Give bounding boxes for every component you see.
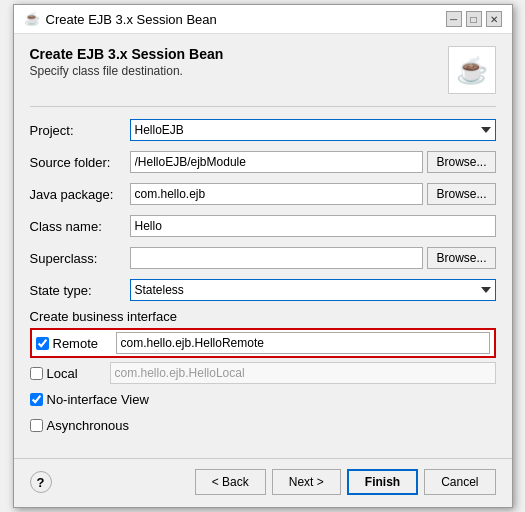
state-type-select[interactable]: Stateless Stateful Singleton bbox=[130, 279, 496, 301]
local-input[interactable] bbox=[110, 362, 496, 384]
class-name-control bbox=[130, 215, 496, 237]
superclass-control: Browse... bbox=[130, 247, 496, 269]
remote-label[interactable]: Remote bbox=[36, 336, 116, 351]
header-subtitle: Specify class file destination. bbox=[30, 64, 224, 78]
browse-package-button[interactable]: Browse... bbox=[427, 183, 495, 205]
source-folder-row: Source folder: Browse... bbox=[30, 149, 496, 175]
source-folder-input[interactable] bbox=[130, 151, 424, 173]
bean-icon: ☕ bbox=[456, 55, 488, 86]
dialog-content: Create EJB 3.x Session Bean Specify clas… bbox=[14, 34, 512, 452]
header-divider bbox=[30, 106, 496, 107]
project-row: Project: HelloEJB bbox=[30, 117, 496, 143]
help-button[interactable]: ? bbox=[30, 471, 52, 493]
no-interface-label[interactable]: No-interface View bbox=[30, 392, 149, 407]
superclass-input[interactable] bbox=[130, 247, 424, 269]
asynchronous-label[interactable]: Asynchronous bbox=[30, 418, 129, 433]
local-checkbox[interactable] bbox=[30, 367, 43, 380]
no-interface-label-text: No-interface View bbox=[47, 392, 149, 407]
class-name-row: Class name: bbox=[30, 213, 496, 239]
source-folder-label: Source folder: bbox=[30, 155, 130, 170]
superclass-label: Superclass: bbox=[30, 251, 130, 266]
header-icon: ☕ bbox=[448, 46, 496, 94]
close-button[interactable]: ✕ bbox=[486, 11, 502, 27]
no-interface-checkbox[interactable] bbox=[30, 393, 43, 406]
maximize-button[interactable]: □ bbox=[466, 11, 482, 27]
dialog-header-text: Create EJB 3.x Session Bean Specify clas… bbox=[30, 46, 224, 78]
state-type-row: State type: Stateless Stateful Singleton bbox=[30, 277, 496, 303]
project-label: Project: bbox=[30, 123, 130, 138]
local-label-text: Local bbox=[47, 366, 78, 381]
asynchronous-row: Asynchronous bbox=[30, 414, 496, 436]
project-select[interactable]: HelloEJB bbox=[130, 119, 496, 141]
browse-superclass-button[interactable]: Browse... bbox=[427, 247, 495, 269]
next-button[interactable]: Next > bbox=[272, 469, 341, 495]
remote-checkbox[interactable] bbox=[36, 337, 49, 350]
asynchronous-label-text: Asynchronous bbox=[47, 418, 129, 433]
dialog-icon: ☕ bbox=[24, 11, 40, 27]
finish-button[interactable]: Finish bbox=[347, 469, 418, 495]
java-package-row: Java package: Browse... bbox=[30, 181, 496, 207]
remote-row: Remote bbox=[30, 328, 496, 358]
project-control: HelloEJB bbox=[130, 119, 496, 141]
java-package-label: Java package: bbox=[30, 187, 130, 202]
minimize-button[interactable]: ─ bbox=[446, 11, 462, 27]
class-name-label: Class name: bbox=[30, 219, 130, 234]
state-type-label: State type: bbox=[30, 283, 130, 298]
java-package-control: Browse... bbox=[130, 183, 496, 205]
source-folder-control: Browse... bbox=[130, 151, 496, 173]
superclass-row: Superclass: Browse... bbox=[30, 245, 496, 271]
asynchronous-checkbox[interactable] bbox=[30, 419, 43, 432]
local-row: Local bbox=[30, 362, 496, 384]
bottom-bar: ? < Back Next > Finish Cancel bbox=[14, 458, 512, 507]
title-bar-left: ☕ Create EJB 3.x Session Bean bbox=[24, 11, 217, 27]
browse-source-button[interactable]: Browse... bbox=[427, 151, 495, 173]
class-name-input[interactable] bbox=[130, 215, 496, 237]
title-bar-controls: ─ □ ✕ bbox=[446, 11, 502, 27]
dialog: ☕ Create EJB 3.x Session Bean ─ □ ✕ Crea… bbox=[13, 4, 513, 508]
back-button[interactable]: < Back bbox=[195, 469, 266, 495]
title-bar: ☕ Create EJB 3.x Session Bean ─ □ ✕ bbox=[14, 5, 512, 34]
state-type-control: Stateless Stateful Singleton bbox=[130, 279, 496, 301]
java-package-input[interactable] bbox=[130, 183, 424, 205]
remote-input[interactable] bbox=[116, 332, 490, 354]
dialog-header: Create EJB 3.x Session Bean Specify clas… bbox=[30, 46, 496, 94]
cancel-button[interactable]: Cancel bbox=[424, 469, 495, 495]
nav-buttons: < Back Next > Finish Cancel bbox=[195, 469, 496, 495]
no-interface-row: No-interface View bbox=[30, 388, 496, 410]
dialog-title: Create EJB 3.x Session Bean bbox=[46, 12, 217, 27]
local-label[interactable]: Local bbox=[30, 366, 110, 381]
remote-label-text: Remote bbox=[53, 336, 99, 351]
business-interface-label: Create business interface bbox=[30, 309, 177, 324]
header-title: Create EJB 3.x Session Bean bbox=[30, 46, 224, 62]
